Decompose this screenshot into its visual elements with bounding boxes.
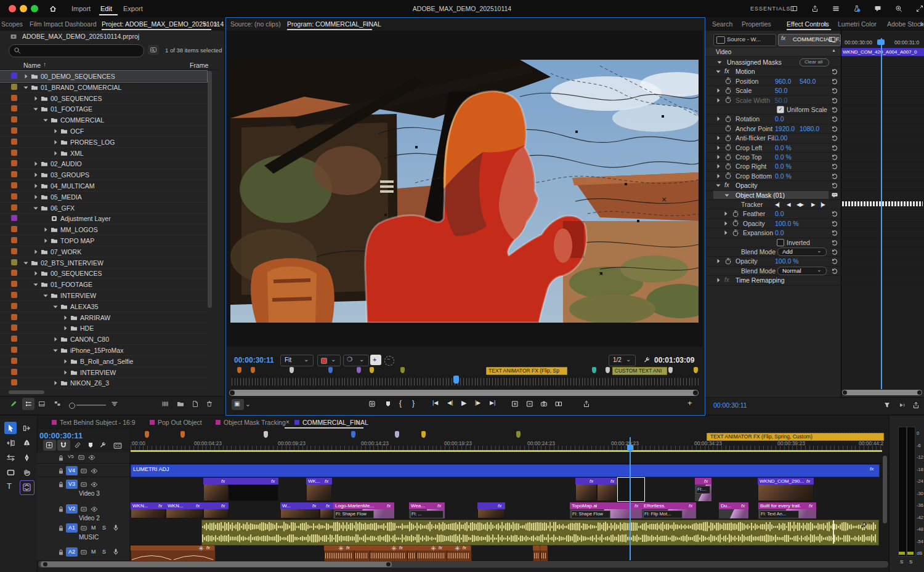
label-color-chip[interactable] [11,248,17,254]
tab-lumetri-color[interactable]: Lumetri Color [838,20,877,28]
reset-icon[interactable] [831,97,838,104]
label-color-chip[interactable] [11,303,17,309]
label-color-chip[interactable] [11,193,17,199]
chevR-icon[interactable] [52,336,59,343]
cc-icon[interactable]: CC [113,441,122,450]
track-badge-v4[interactable]: V4 [66,466,78,475]
chevR-icon[interactable] [62,369,69,376]
fullscreen-icon[interactable] [916,5,923,12]
stopwatch-icon[interactable] [732,210,739,217]
marker-icon[interactable] [87,441,94,449]
effect-scrollbar[interactable] [842,390,922,395]
camera-icon[interactable] [540,400,548,408]
annotate-icon[interactable] [368,400,376,408]
program-timecode[interactable]: 00:00:30:11 [234,356,274,365]
tracker-1277-button[interactable]: ◀ [787,201,790,207]
chevR-icon[interactable] [32,248,39,256]
lift-icon[interactable] [511,400,519,408]
stopwatch-icon[interactable] [732,229,739,236]
extract-icon[interactable] [526,400,533,408]
track-header-a1[interactable] [37,519,129,546]
timeline-playhead-handle[interactable] [627,445,633,451]
prop-value[interactable]: 540.0 [800,78,816,85]
work-area-bar[interactable] [131,450,882,452]
label-color-chip[interactable] [11,347,17,353]
timeline-hscroll-handle[interactable] [41,562,392,567]
share-icon[interactable] [583,400,590,408]
timeline-marker[interactable] [145,431,149,438]
eye-icon[interactable] [91,467,98,475]
prop-value[interactable]: 960.0 [775,78,791,85]
prop-value[interactable]: 0.0 % [775,163,792,170]
chevR-icon[interactable] [722,210,729,217]
program-scrollbar[interactable] [229,390,699,396]
chevD-icon[interactable] [32,204,39,212]
label-color-chip[interactable] [11,105,17,111]
chevR-icon[interactable] [715,144,722,151]
tree-row[interactable] [0,290,207,301]
checkbox-inverted[interactable] [777,239,784,246]
track-badge-a2[interactable]: A2 [66,547,78,557]
new-item-icon[interactable] [192,400,199,408]
prop-value[interactable]: 0.0 % [775,172,792,180]
workspace-panel-icon[interactable] [790,5,798,12]
prop-value[interactable]: 0.0 [775,115,784,123]
timeline-marker[interactable] [351,431,355,438]
adjustment-clip[interactable] [131,464,880,477]
tree-row[interactable] [0,268,207,279]
reset-icon[interactable] [831,115,838,123]
tree-row[interactable] [0,235,207,246]
go-to-out-button[interactable]: ▶| [490,400,495,406]
chevR-icon[interactable] [52,139,59,146]
label-color-chip[interactable] [11,281,17,287]
label-color-chip[interactable] [11,95,17,101]
chevR-icon[interactable] [32,160,39,167]
stopwatch-icon[interactable] [724,143,732,151]
chevR-icon[interactable] [715,172,722,180]
eye-icon[interactable] [91,506,98,513]
tree-row[interactable] [0,301,207,312]
clip-header[interactable] [597,478,618,485]
collapse-section-icon[interactable]: ▲ [832,48,836,52]
meter-solo-button[interactable]: S [900,559,903,565]
chevD-icon[interactable] [42,292,49,299]
patch-icon[interactable] [80,467,87,475]
track-lane-a2[interactable] [129,545,889,561]
program-mini-ruler[interactable] [232,378,699,385]
tab-overflow-chevron[interactable]: » [214,20,218,28]
label-color-chip[interactable] [11,204,17,211]
effect-bottom-timecode[interactable]: 00:00:30:11 [713,401,747,409]
reset-icon[interactable] [831,220,838,227]
tree-row[interactable] [0,191,207,203]
tab-sequence-1[interactable]: Pop Out Object [158,419,202,426]
tree-row[interactable] [0,203,207,214]
menu-import[interactable]: Import [71,5,91,12]
hscroll-knob-right[interactable] [386,562,391,566]
label-color-chip[interactable] [11,270,17,276]
stopwatch-icon[interactable] [724,96,732,103]
reset-icon[interactable] [831,106,838,113]
compare-icon[interactable] [555,400,562,408]
label-color-chip[interactable] [11,182,17,188]
chevR-icon[interactable] [22,73,30,80]
tab-adobe-stock[interactable]: Adobe Stock [887,20,924,28]
prop-value[interactable]: 50.0 [775,97,787,104]
prop-value[interactable]: 1080.0 [800,125,819,132]
slip-icon[interactable] [6,453,15,462]
effect-tab-menu-icon[interactable]: ≡ [824,20,827,28]
sequence-marker[interactable] [237,367,241,373]
effect-scrollbar-knob-right[interactable] [917,390,922,395]
label-color-chip[interactable] [11,336,17,342]
label-color-chip[interactable] [11,215,17,221]
chevR-icon[interactable] [42,237,49,244]
search-input[interactable] [9,44,144,57]
zoom-slider-track[interactable] [76,405,106,406]
tree-row[interactable] [0,169,207,180]
stopwatch-icon[interactable] [724,115,732,123]
step-forward-button[interactable]: |▶ [475,400,480,406]
trash-icon[interactable] [206,400,213,408]
pencil-icon[interactable] [10,400,17,408]
tree-row[interactable] [0,148,207,159]
timeline-marker[interactable] [395,431,399,438]
close-window-button[interactable] [9,5,16,12]
